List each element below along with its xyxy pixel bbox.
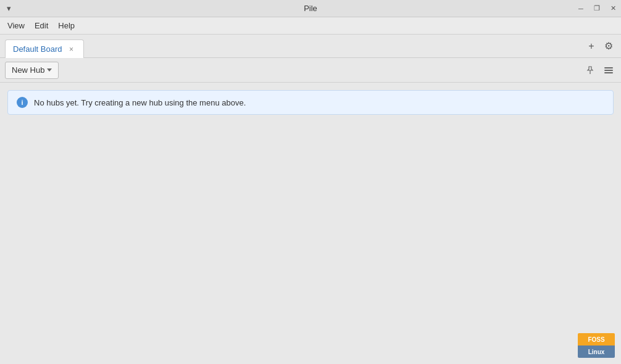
title-bar-menu-icon[interactable]: ▾ [2,0,15,17]
title-bar: ▾ Pile ─ ❐ ✕ [0,0,621,17]
tab-default-board[interactable]: Default Board × [5,39,84,58]
info-banner-text: No hubs yet. Try creating a new hub usin… [34,98,246,107]
menu-bar: View Edit Help [0,17,621,35]
menu-help[interactable]: Help [53,19,80,33]
main-content: i No hubs yet. Try creating a new hub us… [0,83,621,122]
close-button[interactable]: ✕ [605,0,621,17]
menu-edit[interactable]: Edit [30,19,53,33]
board-settings-button[interactable]: ⚙ [601,39,616,54]
tab-label: Default Board [13,44,62,54]
pin-icon [586,66,594,75]
watermark-top: FOSS [578,333,615,345]
pin-button[interactable] [583,63,598,78]
dropdown-arrow-icon [47,68,52,72]
toolbar: New Hub [0,58,621,83]
menu-button[interactable] [601,63,616,78]
window-controls: ─ ❐ ✕ [573,0,621,17]
watermark: FOSS Linux [578,333,615,358]
toolbar-right [583,63,616,78]
tabs-actions: + ⚙ [584,39,616,54]
add-board-button[interactable]: + [584,39,599,54]
menu-view[interactable]: View [2,19,30,33]
app-title: Pile [304,4,317,13]
hamburger-icon [604,67,613,73]
new-hub-label: New Hub [12,65,44,75]
tabs-bar: Default Board × + ⚙ [0,35,621,58]
tab-close-button[interactable]: × [67,45,76,54]
info-banner: i No hubs yet. Try creating a new hub us… [7,90,614,115]
title-bar-left: ▾ [2,0,15,17]
watermark-bottom: Linux [578,345,615,358]
info-icon: i [17,97,28,108]
new-hub-button[interactable]: New Hub [5,62,59,79]
minimize-button[interactable]: ─ [573,0,589,17]
restore-button[interactable]: ❐ [589,0,605,17]
